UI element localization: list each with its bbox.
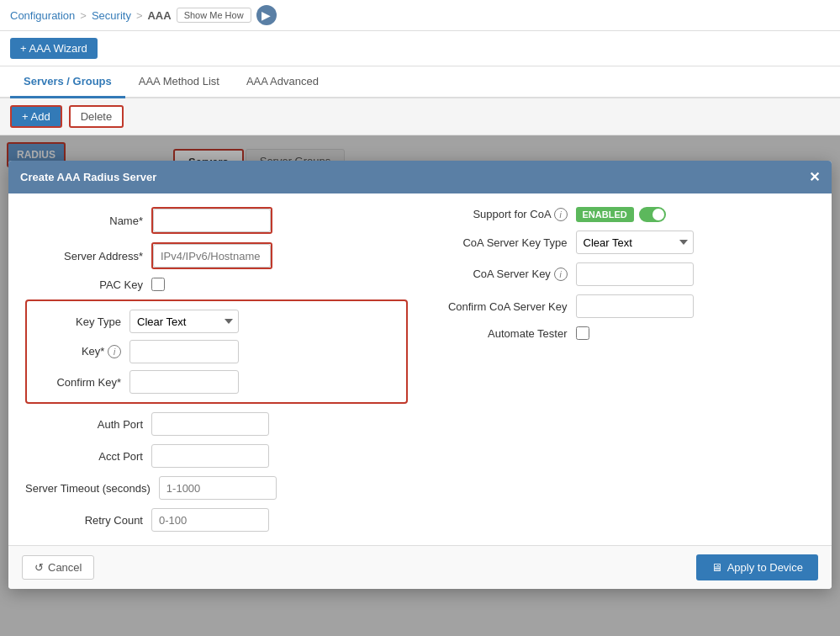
pac-key-checkbox[interactable] <box>151 278 165 291</box>
name-input[interactable] <box>153 209 271 232</box>
main-content: RADIUS Servers Server Groups Create AAA … <box>0 135 840 636</box>
coa-key-type-row: CoA Server Key Type Clear Text Encrypted <box>433 231 816 254</box>
support-coa-label: Support for CoA i <box>433 208 568 222</box>
name-label: Name* <box>25 215 143 227</box>
coa-key-type-label: CoA Server Key Type <box>433 236 568 249</box>
confirm-key-label: Confirm Key* <box>37 376 121 389</box>
action-bar: + Add Delete <box>0 98 840 135</box>
acct-port-label: Acct Port <box>25 450 143 463</box>
server-timeout-label: Server Timeout (seconds) <box>25 482 151 495</box>
confirm-key-inner-row: Confirm Key* <box>37 370 396 394</box>
support-coa-toggle[interactable]: ENABLED <box>576 207 666 222</box>
apply-icon: 🖥 <box>711 561 722 574</box>
coa-server-key-row: CoA Server Key i <box>433 262 816 286</box>
support-coa-info-icon[interactable]: i <box>554 208 568 221</box>
toggle-enabled-label: ENABLED <box>576 207 634 222</box>
auth-port-row: Auth Port 1812 <box>25 412 408 436</box>
main-tabs: Servers / Groups AAA Method List AAA Adv… <box>0 66 840 98</box>
automate-tester-row: Automate Tester <box>433 326 816 340</box>
server-address-input-wrapper <box>151 242 272 269</box>
modal-footer: ↺ Cancel 🖥 Apply to Device <box>8 545 832 589</box>
auth-port-label: Auth Port <box>25 418 143 431</box>
right-form-section: Support for CoA i ENABLED CoA Server Key… <box>433 207 816 532</box>
tab-servers-groups[interactable]: Servers / Groups <box>10 66 125 98</box>
coa-key-type-select[interactable]: Clear Text Encrypted <box>576 231 694 254</box>
server-address-input[interactable] <box>153 244 271 268</box>
server-address-label: Server Address* <box>25 250 143 262</box>
add-button[interactable]: + Add <box>10 105 62 128</box>
key-type-inner-row: Key Type Clear Text Encrypted <box>37 310 396 333</box>
left-form-section: Name* Server Address* PAC Key <box>25 207 408 532</box>
key-info-icon[interactable]: i <box>108 345 121 358</box>
key-type-row: Key Type Clear Text Encrypted Key* i <box>25 299 408 404</box>
automate-tester-label: Automate Tester <box>433 327 568 340</box>
tab-method-list[interactable]: AAA Method List <box>125 66 233 98</box>
aaa-wizard-button[interactable]: AAA Wizard <box>10 38 98 59</box>
server-timeout-input[interactable] <box>159 476 277 500</box>
retry-count-label: Retry Count <box>25 514 143 527</box>
modal-header: Create AAA Radius Server ✕ <box>8 161 832 193</box>
pac-key-row: PAC Key <box>25 278 408 291</box>
coa-server-key-label: CoA Server Key i <box>433 268 568 282</box>
key-inner-row: Key* i <box>37 340 396 363</box>
breadcrumb-aaa: AAA <box>147 9 171 22</box>
cancel-icon: ↺ <box>34 561 44 574</box>
name-row: Name* <box>25 207 408 234</box>
name-input-wrapper <box>151 207 272 234</box>
create-radius-server-modal: Create AAA Radius Server ✕ Name* Server … <box>8 161 832 589</box>
support-coa-row: Support for CoA i ENABLED <box>433 207 816 222</box>
top-nav: Configuration > Security > AAA Show Me H… <box>0 0 840 31</box>
breadcrumb-sep1: > <box>80 9 87 22</box>
server-timeout-row: Server Timeout (seconds) <box>25 476 408 500</box>
breadcrumb-sep2: > <box>136 9 143 22</box>
auth-port-input[interactable]: 1812 <box>151 412 269 436</box>
modal-title: Create AAA Radius Server <box>20 171 156 183</box>
delete-button[interactable]: Delete <box>69 105 124 128</box>
modal-body: Name* Server Address* PAC Key <box>8 193 832 545</box>
nav-forward-button[interactable]: ▶ <box>256 5 277 25</box>
server-address-row: Server Address* <box>25 242 408 269</box>
modal-close-button[interactable]: ✕ <box>809 169 820 185</box>
confirm-coa-key-label: Confirm CoA Server Key <box>433 300 568 313</box>
automate-tester-checkbox[interactable] <box>576 326 589 340</box>
cancel-button[interactable]: ↺ Cancel <box>22 555 94 580</box>
acct-port-input[interactable]: 1813 <box>151 444 269 468</box>
key-type-select[interactable]: Clear Text Encrypted <box>129 310 239 333</box>
confirm-key-input[interactable] <box>129 370 239 394</box>
toolbar: AAA Wizard <box>0 31 840 66</box>
key-label: Key* i <box>37 345 121 359</box>
retry-count-input[interactable] <box>151 508 269 532</box>
show-me-how-button[interactable]: Show Me How <box>177 8 251 23</box>
breadcrumb-security[interactable]: Security <box>92 9 131 22</box>
key-input[interactable] <box>129 340 239 363</box>
tab-advanced[interactable]: AAA Advanced <box>233 66 332 98</box>
acct-port-row: Acct Port 1813 <box>25 444 408 468</box>
breadcrumb-config[interactable]: Configuration <box>10 9 75 22</box>
key-type-label: Key Type <box>37 315 121 328</box>
coa-server-key-input[interactable] <box>576 262 694 286</box>
pac-key-label: PAC Key <box>25 278 143 291</box>
retry-count-row: Retry Count <box>25 508 408 532</box>
key-type-section: Key Type Clear Text Encrypted Key* i <box>25 299 408 404</box>
toggle-switch[interactable] <box>639 207 666 222</box>
coa-key-info-icon[interactable]: i <box>554 268 568 281</box>
confirm-coa-key-input[interactable] <box>576 294 694 318</box>
confirm-coa-key-row: Confirm CoA Server Key <box>433 294 816 318</box>
apply-to-device-button[interactable]: 🖥 Apply to Device <box>696 554 818 580</box>
